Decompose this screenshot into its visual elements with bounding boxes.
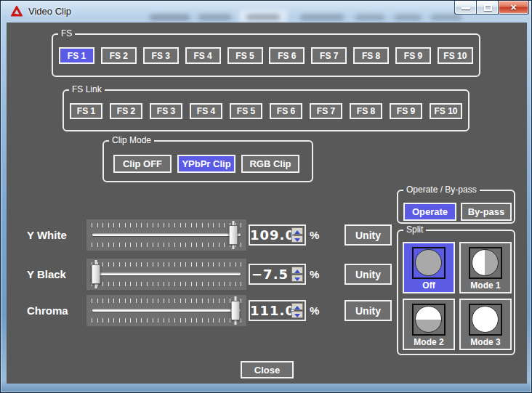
background-window-artifact	[431, 15, 462, 20]
clip-mode-button-row: Clip OFF YPbPr Clip RGB Clip	[113, 155, 299, 173]
fs-button-6[interactable]: FS 6	[269, 47, 305, 64]
slider-track[interactable]	[92, 233, 241, 236]
split-group-label: Split	[403, 224, 426, 235]
y-white-value-box[interactable]: 109.0	[249, 224, 306, 246]
operate-bypass-group: Operate / By-pass Operate By-pass	[397, 190, 515, 224]
caption-button-group: ×	[454, 1, 529, 15]
background-window-artifact	[150, 15, 190, 20]
background-window-artifact	[355, 15, 384, 20]
maximize-button[interactable]	[476, 1, 499, 15]
fs-link-button-4[interactable]: FS 4	[190, 103, 222, 119]
fs-link-button-10[interactable]: FS 10	[430, 103, 462, 119]
fs-button-1[interactable]: FS 1	[59, 47, 94, 64]
percent-label: %	[310, 295, 319, 326]
close-window-button[interactable]: ×	[499, 1, 529, 15]
split-mode3-label: Mode 3	[461, 337, 510, 347]
fs-link-group-label: FS Link	[69, 84, 105, 94]
slider-thumb[interactable]	[229, 225, 238, 245]
y-black-value-box[interactable]: −7.5	[249, 264, 306, 285]
fs-group: FS FS 1 FS 2 FS 3 FS 4 FS 5 FS 6 FS 7 FS…	[52, 33, 480, 77]
slider-ticks	[92, 282, 241, 286]
circle-horizontal-split-icon	[415, 306, 442, 333]
chroma-unity-button[interactable]: Unity	[344, 300, 392, 321]
fs-button-8[interactable]: FS 8	[353, 47, 389, 64]
split-icon-frame	[469, 247, 502, 279]
close-button[interactable]: Close	[241, 361, 294, 378]
slider-thumb[interactable]	[92, 264, 101, 284]
y-white-value: 109.0	[250, 226, 289, 244]
slider-ticks	[92, 299, 241, 303]
circle-vertical-split-icon	[472, 249, 499, 276]
circle-solid-gray-icon	[415, 249, 442, 276]
spin-up-button[interactable]	[291, 267, 303, 274]
spinner	[291, 303, 303, 318]
y-black-unity-button[interactable]: Unity	[344, 264, 392, 285]
minimize-icon	[462, 7, 470, 9]
split-mode3-button[interactable]: Mode 3	[459, 299, 512, 350]
ypbpr-clip-button[interactable]: YPbPr Clip	[177, 155, 235, 173]
slider-thumb[interactable]	[230, 301, 240, 320]
clip-mode-group-label: Clip Mode	[109, 135, 154, 145]
fs-link-button-3[interactable]: FS 3	[150, 103, 182, 119]
percent-label: %	[310, 219, 319, 251]
window-title: Video Clip	[28, 1, 71, 23]
fs-link-button-5[interactable]: FS 5	[230, 103, 262, 119]
close-icon: ×	[499, 1, 528, 14]
slider-ticks	[92, 262, 241, 267]
chroma-label: Chroma	[27, 295, 68, 326]
background-window-artifact	[395, 15, 421, 20]
y-white-unity-button[interactable]: Unity	[344, 224, 392, 246]
slider-ticks	[92, 318, 241, 323]
fs-link-button-1[interactable]: FS 1	[70, 103, 102, 119]
slider-track[interactable]	[92, 272, 241, 275]
operate-button[interactable]: Operate	[403, 203, 456, 221]
spin-up-button[interactable]	[291, 227, 303, 235]
fs-link-button-2[interactable]: FS 2	[110, 103, 142, 119]
background-window-artifact	[300, 15, 344, 20]
split-icon-frame	[412, 247, 446, 279]
fs-button-9[interactable]: FS 9	[395, 47, 431, 64]
spinner	[291, 267, 303, 282]
split-mode2-button[interactable]: Mode 2	[403, 299, 455, 350]
slider-track[interactable]	[92, 309, 241, 312]
y-white-label: Y White	[27, 219, 67, 251]
circle-solid-white-icon	[472, 306, 499, 333]
slider-ticks	[92, 223, 241, 227]
spin-down-button[interactable]	[291, 235, 303, 243]
fs-button-10[interactable]: FS 10	[438, 47, 473, 64]
fs-link-button-9[interactable]: FS 9	[390, 103, 422, 119]
bypass-button[interactable]: By-pass	[461, 203, 512, 221]
fs-link-button-8[interactable]: FS 8	[350, 103, 382, 119]
spin-down-button[interactable]	[291, 275, 303, 282]
fs-button-4[interactable]: FS 4	[185, 47, 221, 64]
split-icon-frame	[412, 304, 446, 336]
fs-button-7[interactable]: FS 7	[311, 47, 347, 64]
spin-up-button[interactable]	[291, 303, 303, 310]
fs-button-3[interactable]: FS 3	[143, 47, 179, 64]
y-black-label: Y Black	[27, 259, 66, 290]
minimize-button[interactable]	[454, 1, 476, 15]
fs-button-2[interactable]: FS 2	[101, 47, 137, 64]
spin-down-button[interactable]	[291, 311, 303, 318]
dialog-content: FS FS 1 FS 2 FS 3 FS 4 FS 5 FS 6 FS 7 FS…	[7, 23, 527, 384]
app-logo-icon	[11, 6, 23, 17]
rgb-clip-button[interactable]: RGB Clip	[241, 155, 299, 173]
split-off-button[interactable]: Off	[403, 242, 455, 293]
split-mode1-button[interactable]: Mode 1	[459, 242, 512, 293]
split-mode2-label: Mode 2	[404, 337, 454, 347]
y-black-slider[interactable]	[86, 259, 246, 290]
titlebar[interactable]: Video Clip ×	[1, 1, 531, 23]
background-window-artifact	[246, 15, 280, 20]
maximize-icon	[484, 4, 492, 11]
chroma-slider[interactable]	[86, 295, 246, 326]
chroma-value-box[interactable]: 111.0	[249, 300, 306, 321]
slider-ticks	[92, 243, 241, 247]
clip-off-button[interactable]: Clip OFF	[113, 155, 172, 173]
y-white-slider[interactable]	[86, 219, 246, 251]
fs-link-button-6[interactable]: FS 6	[270, 103, 302, 119]
fs-button-5[interactable]: FS 5	[227, 47, 263, 64]
operate-bypass-group-label: Operate / By-pass	[403, 185, 480, 195]
fs-link-button-7[interactable]: FS 7	[310, 103, 342, 119]
split-mode1-label: Mode 1	[461, 280, 510, 291]
fs-link-button-row: FS 1 FS 2 FS 3 FS 4 FS 5 FS 6 FS 7 FS 8 …	[70, 103, 462, 119]
